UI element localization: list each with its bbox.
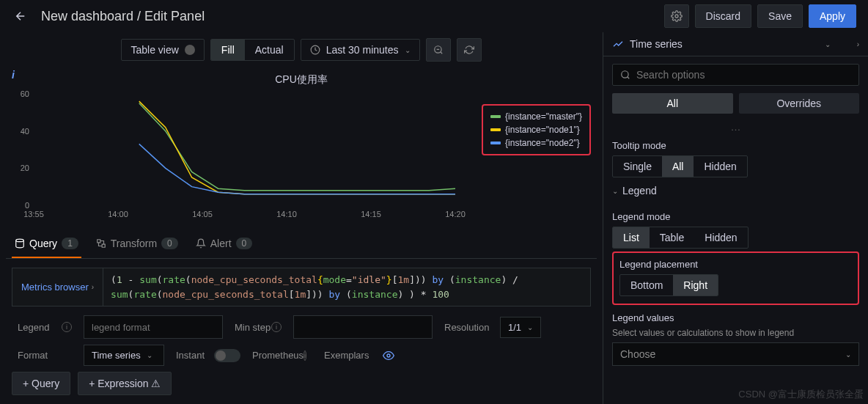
add-expression-button[interactable]: + Expression ⚠ [78, 372, 172, 395]
instant-switch[interactable] [214, 349, 240, 362]
format-select[interactable]: Time series⌄ [84, 345, 164, 366]
prometheus-label: Prometheusi [246, 345, 312, 365]
info-icon[interactable]: i [62, 322, 72, 332]
svg-text:14:05: 14:05 [192, 210, 213, 218]
svg-text:60: 60 [21, 89, 29, 98]
search-options-input[interactable] [636, 69, 851, 81]
refresh-button[interactable] [457, 38, 482, 62]
options-tab-overrides[interactable]: Overrides [739, 93, 860, 114]
chart-canvas[interactable]: 020406013:5514:0014:0514:1014:1514:20 [12, 89, 474, 221]
fill-actual-group: Fill Actual [210, 39, 295, 61]
legend-item[interactable]: {instance="node1"} [490, 123, 582, 136]
svg-text:20: 20 [21, 164, 29, 172]
time-range-label: Last 30 minutes [326, 44, 399, 56]
tooltip-hidden[interactable]: Hidden [694, 156, 746, 177]
legend-values-select[interactable]: Choose ⌄ [612, 342, 859, 366]
back-arrow[interactable] [12, 7, 29, 25]
transform-icon [96, 238, 106, 249]
tab-alert-count: 0 [236, 238, 253, 249]
search-icon [620, 70, 630, 80]
legend-item[interactable]: {instance="node2"} [490, 136, 582, 150]
exemplars-label: Exemplars [318, 345, 377, 365]
legend-field-label: Legendi [12, 317, 78, 337]
svg-text:14:15: 14:15 [361, 210, 381, 218]
clock-icon [310, 45, 320, 55]
tab-query-count: 1 [62, 238, 78, 249]
legend-item[interactable]: {instance="master"} [490, 110, 582, 123]
legend-placement-bottom[interactable]: Bottom [620, 275, 673, 295]
svg-point-14 [387, 354, 390, 357]
tab-query[interactable]: Query 1 [12, 233, 81, 258]
chart-legend: {instance="master"}{instance="node1"}{in… [482, 104, 591, 155]
svg-text:14:00: 14:00 [108, 210, 128, 218]
table-view-toggle[interactable]: Table view [121, 39, 204, 61]
info-icon[interactable]: i [304, 350, 306, 361]
svg-text:40: 40 [21, 127, 29, 136]
format-field-label: Format [12, 345, 78, 365]
legend-placement-label: Legend placement [619, 259, 852, 270]
chevron-down-icon: ⌄ [405, 46, 411, 54]
visualization-type-label: Time series [630, 38, 819, 50]
settings-button[interactable] [664, 4, 689, 28]
svg-point-0 [675, 15, 678, 18]
chevron-right-icon[interactable]: › [857, 40, 859, 48]
min-step-label: Min stepi [229, 317, 287, 337]
instant-label: Instant [170, 345, 208, 365]
svg-point-13 [16, 239, 24, 242]
legend-mode-table[interactable]: Table [650, 227, 694, 248]
tab-transform[interactable]: Transform 0 [93, 233, 181, 258]
fill-option[interactable]: Fill [211, 40, 245, 60]
tooltip-all[interactable]: All [662, 156, 694, 177]
apply-button[interactable]: Apply [809, 4, 856, 28]
tooltip-mode-group: Single All Hidden [612, 155, 748, 177]
legend-section-header[interactable]: ⌄ Legend [612, 177, 859, 204]
zoom-out-button[interactable] [426, 38, 451, 62]
info-icon[interactable]: i [12, 69, 15, 81]
chevron-down-icon: ⌄ [825, 40, 831, 48]
legend-mode-label: Legend mode [612, 211, 859, 222]
metrics-browser-button[interactable]: Metrics browser › [12, 268, 103, 306]
legend-mode-hidden[interactable]: Hidden [694, 227, 747, 248]
time-range-picker[interactable]: Last 30 minutes ⌄ [301, 39, 420, 61]
tab-transform-label: Transform [111, 238, 157, 249]
tab-query-label: Query [29, 238, 57, 249]
legend-mode-list[interactable]: List [613, 227, 650, 248]
chevron-right-icon: › [92, 283, 94, 291]
gear-icon [671, 10, 683, 22]
save-button[interactable]: Save [757, 4, 803, 28]
legend-values-hint: Select values or calculations to show in… [612, 328, 859, 338]
discard-button[interactable]: Discard [695, 4, 751, 28]
chevron-down-icon: ⌄ [612, 187, 618, 195]
svg-point-15 [622, 71, 628, 78]
visualization-picker[interactable]: Time series ⌄ › [603, 32, 868, 56]
legend-placement-group: Bottom Right [619, 274, 718, 296]
legend-mode-group: List Table Hidden [612, 227, 749, 249]
chevron-down-icon: ⌄ [845, 350, 851, 359]
tab-alert-label: Alert [210, 238, 232, 249]
chart-icon [612, 38, 624, 50]
tab-transform-count: 0 [161, 238, 178, 249]
tooltip-mode-label: Tooltip mode [612, 140, 859, 151]
query-expression[interactable]: (1 - sum(rate(node_cpu_seconds_total{mod… [103, 268, 526, 306]
svg-text:0: 0 [25, 201, 29, 210]
database-icon [15, 238, 25, 249]
warning-icon: ⚠ [151, 378, 161, 389]
min-step-input[interactable] [293, 315, 433, 339]
legend-values-label: Legend values [612, 312, 859, 323]
search-options-box[interactable] [612, 64, 859, 86]
info-icon[interactable]: i [271, 322, 282, 332]
refresh-icon [464, 45, 474, 55]
legend-placement-right[interactable]: Right [673, 275, 718, 295]
add-query-button[interactable]: + Query [12, 372, 70, 395]
svg-text:14:10: 14:10 [276, 210, 297, 218]
options-tab-all[interactable]: All [612, 93, 733, 114]
tab-alert[interactable]: Alert 0 [193, 233, 255, 258]
resolution-select[interactable]: 1/1⌄ [500, 317, 541, 338]
exemplars-eye-icon[interactable] [383, 350, 394, 361]
page-title: New dashboard / Edit Panel [41, 9, 664, 24]
tooltip-single[interactable]: Single [613, 156, 662, 177]
zoom-out-icon [433, 45, 444, 55]
legend-format-input[interactable] [84, 315, 223, 339]
actual-option[interactable]: Actual [245, 40, 294, 60]
toggle-dot-icon [185, 45, 195, 55]
